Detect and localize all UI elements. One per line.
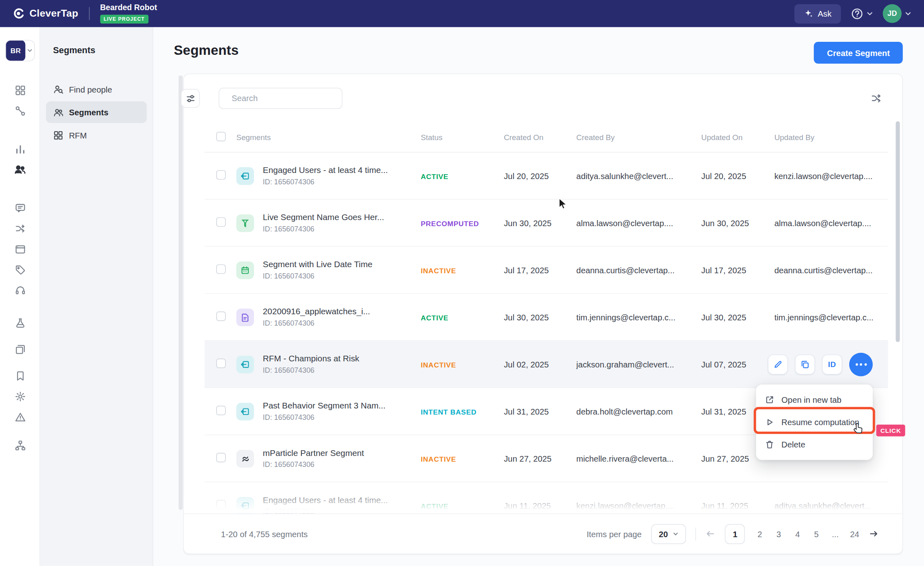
column-header: Segments: [236, 133, 421, 142]
menu-item-resume-computation[interactable]: Resume computation: [756, 411, 873, 433]
next-page-button[interactable]: [869, 529, 879, 539]
workflow-icon[interactable]: [868, 90, 885, 107]
settings-icon[interactable]: [13, 390, 26, 403]
table-scrollbar[interactable]: [896, 121, 900, 342]
table-row[interactable]: Live Segment Name Goes Her... ID: 165607…: [204, 200, 888, 247]
edit-button[interactable]: [768, 354, 788, 374]
sidebar-item-segments[interactable]: Segments: [46, 101, 147, 123]
page-number-3[interactable]: 3: [774, 529, 783, 538]
updated-on: Jul 30, 2025: [701, 312, 774, 322]
table-row[interactable]: Engaged Users - at least 4 time... ID: 1…: [204, 153, 888, 200]
row-checkbox[interactable]: [216, 359, 226, 368]
updated-by: aditya.salunkhe@clevert...: [774, 501, 888, 510]
sidebar-heading: Segments: [40, 27, 153, 55]
connections-icon[interactable]: [13, 104, 26, 117]
more-actions-button[interactable]: [849, 352, 873, 376]
page-number-2[interactable]: 2: [756, 529, 764, 538]
copy-id-button[interactable]: ID: [822, 354, 842, 374]
audiences-icon[interactable]: [13, 163, 26, 176]
segments-icon: [53, 107, 63, 117]
sidebar-item-rfm[interactable]: RFM: [46, 124, 147, 146]
segments-card: Segments Status Created On Created By Up…: [183, 73, 903, 554]
prev-page-button[interactable]: [706, 529, 716, 539]
support-icon[interactable]: [13, 284, 26, 297]
filter-button[interactable]: [181, 89, 200, 108]
page-scrollbar[interactable]: [178, 76, 182, 510]
ask-button[interactable]: Ask: [794, 4, 841, 23]
row-checkbox[interactable]: [216, 453, 226, 462]
created-by: alma.lawson@clevertap....: [576, 218, 701, 227]
segment-name: Past Behavior Segment 3 Nam...: [263, 401, 386, 410]
table-body: Engaged Users - at least 4 time... ID: 1…: [204, 153, 888, 515]
help-menu[interactable]: [851, 7, 873, 19]
segment-id: ID: 1656074306: [263, 413, 386, 421]
segment-type-icon: [236, 261, 254, 279]
messages-icon[interactable]: [13, 201, 26, 214]
select-all-checkbox[interactable]: [216, 132, 226, 141]
created-on: Jul 17, 2025: [504, 265, 576, 274]
table-row[interactable]: Segment with Live Date Time ID: 16560743…: [204, 247, 888, 294]
row-checkbox[interactable]: [216, 311, 226, 321]
page-size-select[interactable]: 20: [651, 524, 686, 544]
duplicate-button[interactable]: [795, 354, 815, 374]
journeys-icon[interactable]: [13, 222, 26, 235]
dashboard-icon[interactable]: [13, 84, 26, 97]
workspace-avatar: BR: [6, 40, 26, 61]
page-number-24[interactable]: 24: [850, 529, 859, 538]
table-row[interactable]: RFM - Champions at Risk ID: 1656074306 I…: [204, 341, 888, 388]
workspace-switcher[interactable]: BR: [5, 40, 35, 61]
row-checkbox[interactable]: [216, 217, 226, 227]
window-icon[interactable]: [13, 243, 26, 256]
row-checkbox[interactable]: [216, 406, 226, 415]
page-number-4[interactable]: 4: [794, 529, 802, 538]
row-checkbox[interactable]: [216, 500, 226, 509]
page-number-1[interactable]: 1: [725, 524, 745, 544]
offers-icon[interactable]: [13, 263, 26, 276]
segment-type-icon: [236, 402, 254, 420]
search-input[interactable]: [232, 94, 338, 103]
project-switcher[interactable]: Bearded Robot LIVE PROJECT: [100, 4, 157, 23]
updated-by: kenzi.lawson@clevertap....: [774, 171, 888, 180]
play-icon: [765, 417, 774, 427]
labs-icon[interactable]: [13, 316, 26, 329]
chevron-down-icon: [673, 532, 679, 536]
create-segment-button[interactable]: Create Segment: [814, 42, 902, 64]
created-on: Jul 20, 2025: [504, 171, 576, 180]
nav-divider: [89, 7, 89, 20]
clevertap-logo[interactable]: CleverTap: [12, 8, 78, 19]
trash-icon: [765, 440, 774, 449]
segment-type-icon: [236, 355, 254, 373]
menu-item-delete[interactable]: Delete: [756, 433, 873, 456]
sidebar-item-label: RFM: [69, 130, 87, 140]
row-checkbox[interactable]: [216, 264, 226, 274]
table-row[interactable]: Engaged Users - at least 4 time... ID: 1…: [204, 482, 888, 515]
menu-item-label: Resume computation: [781, 417, 859, 427]
row-checkbox[interactable]: [216, 170, 226, 179]
duplicate-icon: [800, 359, 809, 369]
analytics-icon[interactable]: [13, 143, 26, 156]
menu-item-open-in-new-tab[interactable]: Open in new tab: [756, 389, 873, 411]
secondary-sidebar: Segments Find people Segments RFM: [40, 27, 153, 566]
page-number-5[interactable]: 5: [812, 529, 820, 538]
integrations-icon[interactable]: [13, 439, 26, 452]
library-icon[interactable]: [13, 343, 26, 356]
arrow-left-icon: [706, 529, 716, 539]
column-header: Created By: [576, 133, 701, 142]
sparkle-icon: [804, 9, 813, 18]
created-by: michelle.rivera@cleverta...: [576, 454, 701, 463]
column-header: Updated By: [774, 133, 888, 142]
updated-on: Jul 07, 2025: [701, 359, 774, 369]
find-people-icon: [53, 84, 63, 94]
status-badge: ACTIVE: [421, 313, 448, 322]
status-badge: ACTIVE: [421, 502, 448, 510]
user-menu[interactable]: JD: [883, 4, 911, 23]
segment-name: Live Segment Name Goes Her...: [263, 213, 384, 222]
segment-id: ID: 1656074306: [263, 272, 373, 280]
bookmark-icon[interactable]: [13, 369, 26, 382]
sidebar-item-label: Find people: [69, 84, 112, 94]
brand-name: CleverTap: [30, 8, 78, 19]
sidebar-item-find-people[interactable]: Find people: [46, 78, 147, 100]
alerts-icon[interactable]: [13, 410, 26, 423]
table-row[interactable]: 20200916_applewatches_i... ID: 165607430…: [204, 294, 888, 341]
status-badge: ACTIVE: [421, 172, 448, 180]
